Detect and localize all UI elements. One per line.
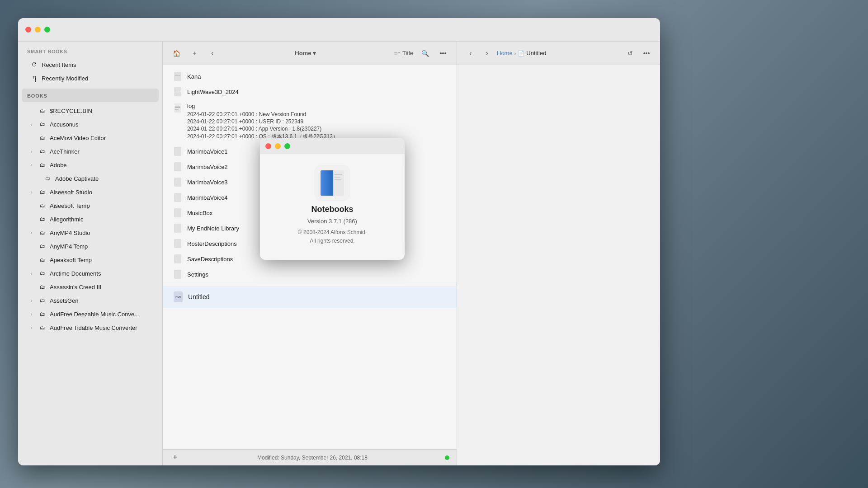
minimize-button[interactable] [35,27,41,33]
recent-items-label: Recent Items [42,61,76,68]
sidebar-item-recycle-bin[interactable]: 🗂 $RECYCLE.BIN [22,104,159,117]
about-dialog: Notebooks Version 3.7.1 (286) © 2008-202… [260,138,405,260]
sidebar-item-adobe[interactable]: › 🗂 Adobe [22,159,159,171]
list-item-log[interactable]: log 2024-01-22 00:27:01 +0000 : New Vers… [163,99,457,144]
expand-arrow: › [31,163,35,168]
folder-icon [174,224,182,233]
file-name: MarimbaVoice3 [187,179,228,186]
list-item[interactable]: Settings [163,267,457,282]
panel-forward-button[interactable]: › [481,47,493,60]
folder-icon: 🗂 [39,148,46,155]
file-name: MarimbaVoice2 [187,164,228,170]
about-app-title: Notebooks [311,205,353,214]
sidebar-item-anymp4-studio[interactable]: › 🗂 AnyMP4 Studio [22,226,159,239]
sidebar-item-acemovi[interactable]: 🗂 AceMovi Video Editor [22,131,159,144]
sidebar-item-recently-modified[interactable]: ᵀ| Recently Modified [22,72,159,84]
title-sort-button[interactable]: ≡↑ Title [394,50,413,56]
recent-items-icon: ⏱ [31,61,38,68]
file-name: Untitled [188,293,209,300]
panel-breadcrumb-home[interactable]: Home [497,50,513,56]
title-sort-icon: ≡↑ [394,50,401,56]
location-title[interactable]: Home ▾ [295,50,316,56]
maximize-button[interactable] [44,27,50,33]
home-button[interactable]: 🏠 [170,47,183,60]
sidebar-item-recent-items[interactable]: ⏱ Recent Items [22,58,159,71]
sidebar-item-assassins-creed[interactable]: 🗂 Assassin's Creed III [22,281,159,293]
file-name: SaveDescriptions [187,256,233,263]
about-close-button[interactable] [265,143,271,149]
sidebar-item-allegorithmic[interactable]: 🗂 Allegorithmic [22,213,159,225]
about-title-bar [260,138,405,154]
expand-arrow: › [31,298,35,303]
sidebar-item-accusonus[interactable]: › 🗂 Accusonus [22,118,159,131]
sync-status-dot [445,455,449,460]
book-name: AnyMP4 Temp [50,243,88,250]
folder-icon [174,208,182,217]
list-item[interactable]: LightWave3D_2024 [163,84,457,99]
folder-icon: 🗂 [39,188,46,196]
svg-rect-6 [175,108,180,108]
folder-icon: 🗂 [39,134,46,141]
window-controls [25,27,50,33]
sidebar-item-arctime[interactable]: › 🗂 Arctime Documents [22,267,159,280]
add-item-button[interactable]: + [170,453,180,463]
svg-rect-9 [174,162,181,171]
back-button[interactable]: ‹ [206,47,219,60]
panel-breadcrumb-icon: 📄 [518,50,524,56]
panel-undo-button[interactable]: ↺ [624,47,637,60]
location-chevron: ▾ [313,50,316,56]
folder-icon: 🗂 [39,229,46,236]
folder-icon [174,178,182,187]
search-button[interactable]: 🔍 [419,47,431,60]
breadcrumb-area: Home ▾ [222,50,389,56]
book-name: Adobe [50,162,67,169]
add-button[interactable]: ＋ [188,47,201,60]
list-item-untitled[interactable]: md Untitled [163,286,457,308]
folder-icon: 🗂 [39,161,46,169]
svg-rect-11 [174,193,181,202]
svg-rect-21 [334,174,342,175]
sidebar-item-assetsgen[interactable]: › 🗂 AssetsGen [22,294,159,307]
folder-icon: 🗂 [39,270,46,277]
main-toolbar: 🏠 ＋ ‹ Home ▾ ≡↑ Title 🔍 ••• [163,42,457,65]
svg-rect-3 [175,91,180,91]
file-name: MarimbaVoice1 [187,148,228,155]
sidebar-item-audfree-deezable[interactable]: › 🗂 AudFree Deezable Music Conve... [22,308,159,320]
panel-more-button[interactable]: ••• [640,47,653,60]
sidebar-item-apeaksoft-temp[interactable]: 🗂 Apeaksoft Temp [22,253,159,266]
book-name: $RECYCLE.BIN [50,108,92,114]
sidebar: SMART BOOKS ⏱ Recent Items ᵀ| Recently M… [18,42,163,465]
folder-icon: 🗂 [39,107,46,114]
book-name: Accusonus [50,121,79,128]
sidebar-item-audfree-tidable[interactable]: › 🗂 AudFree Tidable Music Converter [22,321,159,334]
svg-rect-15 [174,254,181,263]
sidebar-item-anymp4-temp[interactable]: 🗂 AnyMP4 Temp [22,240,159,253]
svg-rect-7 [175,109,179,110]
folder-icon: 🗂 [39,121,46,128]
about-maximize-button[interactable] [284,143,290,149]
sidebar-item-adobe-captivate[interactable]: 🗂 Adobe Captivate [22,172,159,185]
book-name: Apeaksoft Temp [50,257,92,263]
log-name: log [187,103,338,109]
panel-back-button[interactable]: ‹ [464,47,477,60]
file-name: Kana [187,73,201,80]
folder-icon: 🗂 [39,202,46,209]
sidebar-item-aiseesoft-studio[interactable]: › 🗂 Aiseesoft Studio [22,186,159,198]
folder-icon [174,162,182,171]
more-options-button[interactable]: ••• [437,47,449,60]
title-sort-label: Title [402,50,413,56]
panel-breadcrumb-current: Untitled [526,50,546,56]
svg-rect-0 [174,72,181,81]
list-item[interactable]: Kana [163,69,457,84]
sidebar-item-acethinker[interactable]: › 🗂 AceThinker [22,145,159,158]
divider [163,284,457,284]
sidebar-item-aiseesoft-temp[interactable]: 🗂 Aiseesoft Temp [22,199,159,212]
about-minimize-button[interactable] [275,143,281,149]
folder-icon: 🗂 [39,324,46,331]
book-name: AceMovi Video Editor [50,135,106,141]
close-button[interactable] [25,27,31,33]
bottom-bar: + Modified: Sunday, September 26, 2021, … [163,449,457,465]
panel-breadcrumb-sep1: › [514,51,516,56]
folder-icon [174,147,182,156]
svg-rect-1 [175,75,180,76]
